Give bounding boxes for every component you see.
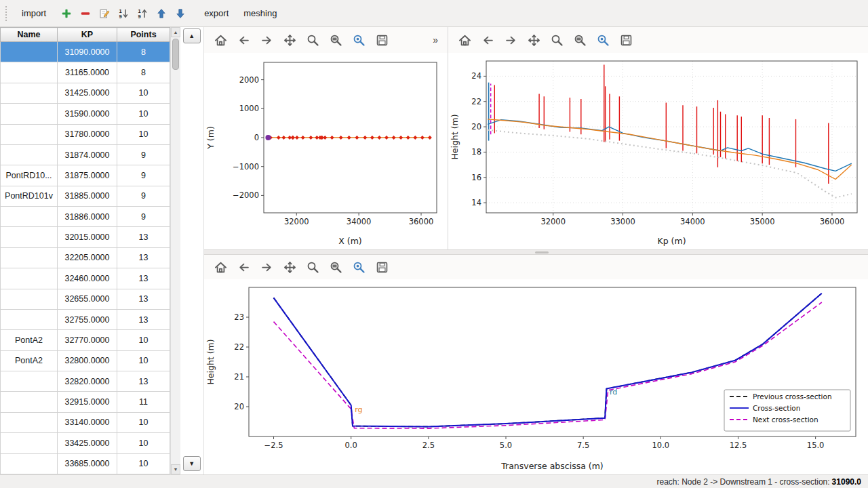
cell-kp[interactable]: 32755.0000 xyxy=(58,309,117,329)
edit-button[interactable] xyxy=(96,5,113,22)
cell-points[interactable]: 9 xyxy=(117,207,170,227)
table-row[interactable]: 32205.000013 xyxy=(1,247,170,268)
cell-points[interactable]: 9 xyxy=(117,186,170,206)
forward-button[interactable] xyxy=(501,30,520,49)
scrollbar-up-button[interactable]: ▲ xyxy=(171,27,180,37)
menu-meshing[interactable]: meshing xyxy=(237,5,283,21)
cell-name[interactable] xyxy=(1,371,58,392)
cell-points[interactable]: 10 xyxy=(117,83,170,103)
sort-desc-button[interactable]: 19 xyxy=(115,5,132,22)
cell-name[interactable] xyxy=(1,453,58,474)
cross-section-figure[interactable]: −2.50.02.55.07.510.012.515.020212223Tran… xyxy=(204,279,868,474)
table-row[interactable]: 32820.000013 xyxy=(1,371,170,392)
back-button[interactable] xyxy=(234,258,253,277)
toolbar-overflow-chevron[interactable]: » xyxy=(430,35,441,45)
edit-params-button[interactable] xyxy=(349,258,368,277)
cell-points[interactable]: 10 xyxy=(117,350,170,371)
cell-points[interactable]: 13 xyxy=(117,289,170,309)
forward-button[interactable] xyxy=(257,30,276,49)
cell-kp[interactable]: 32655.0000 xyxy=(58,289,117,309)
toolbar-grip[interactable] xyxy=(5,6,9,21)
previous-section-button[interactable]: ▲ xyxy=(183,28,201,43)
cell-name[interactable] xyxy=(1,227,58,247)
zoom-button[interactable] xyxy=(547,30,566,49)
table-row[interactable]: PontA232800.000010 xyxy=(1,350,170,371)
cell-name[interactable] xyxy=(1,104,58,124)
cell-points[interactable]: 10 xyxy=(117,412,170,432)
table-row[interactable]: 32460.000013 xyxy=(1,268,170,289)
cell-kp[interactable]: 31780.0000 xyxy=(58,124,117,144)
forward-button[interactable] xyxy=(257,258,276,277)
subplots-button[interactable] xyxy=(326,258,345,277)
cell-kp[interactable]: 32460.0000 xyxy=(58,268,117,289)
move-up-button[interactable] xyxy=(153,5,170,22)
cell-kp[interactable]: 31875.0000 xyxy=(58,165,117,186)
horizontal-splitter[interactable] xyxy=(204,249,868,255)
cell-points[interactable]: 13 xyxy=(117,268,170,289)
subplots-button[interactable] xyxy=(326,30,345,49)
cell-points[interactable]: 11 xyxy=(117,392,170,412)
cell-points[interactable]: 10 xyxy=(117,330,170,350)
cell-name[interactable] xyxy=(1,433,58,453)
pan-button[interactable] xyxy=(524,30,543,49)
cell-name[interactable] xyxy=(1,392,58,412)
cell-points[interactable]: 13 xyxy=(117,309,170,329)
cell-name[interactable] xyxy=(1,124,58,144)
cell-kp[interactable]: 32205.0000 xyxy=(58,247,117,268)
table-row[interactable]: 32915.000011 xyxy=(1,392,170,412)
cell-name[interactable]: PontA2 xyxy=(1,350,58,371)
table-row[interactable]: 32015.000013 xyxy=(1,227,170,247)
cell-points[interactable]: 10 xyxy=(117,433,170,453)
cell-kp[interactable]: 31425.0000 xyxy=(58,83,117,103)
subplots-button[interactable] xyxy=(570,30,589,49)
cell-kp[interactable]: 31874.0000 xyxy=(58,144,117,165)
column-header-points[interactable]: Points xyxy=(117,28,170,42)
home-button[interactable] xyxy=(211,30,230,49)
table-row[interactable]: 31090.00008 xyxy=(1,42,170,62)
table-row[interactable]: 31874.00009 xyxy=(1,144,170,165)
cell-name[interactable] xyxy=(1,144,58,165)
plan-view-figure[interactable]: 320003400036000−2000−1000010002000X (m)Y… xyxy=(204,53,448,249)
cell-name[interactable] xyxy=(1,247,58,268)
table-row[interactable]: 33685.000010 xyxy=(1,453,170,474)
cell-kp[interactable]: 32915.0000 xyxy=(58,392,117,412)
scrollbar-thumb[interactable] xyxy=(172,39,179,70)
table-row[interactable]: 31780.000010 xyxy=(1,124,170,144)
cell-points[interactable]: 10 xyxy=(117,104,170,124)
scrollbar-down-button[interactable]: ▼ xyxy=(171,464,180,474)
table-row[interactable]: 31165.00008 xyxy=(1,62,170,83)
save-button[interactable] xyxy=(616,30,635,49)
cell-name[interactable] xyxy=(1,268,58,289)
table-row[interactable]: 32755.000013 xyxy=(1,309,170,329)
cell-kp[interactable]: 32820.0000 xyxy=(58,371,117,392)
table-row[interactable]: 31590.000010 xyxy=(1,104,170,124)
edit-params-button[interactable] xyxy=(349,30,368,49)
table-row[interactable]: PontRD10...31875.00009 xyxy=(1,165,170,186)
cell-kp[interactable]: 31590.0000 xyxy=(58,104,117,124)
table-row[interactable]: 33140.000010 xyxy=(1,412,170,432)
cell-name[interactable] xyxy=(1,309,58,329)
cell-points[interactable]: 10 xyxy=(117,453,170,474)
cell-kp[interactable]: 33685.0000 xyxy=(58,453,117,474)
pan-button[interactable] xyxy=(280,258,299,277)
remove-button[interactable] xyxy=(77,5,94,22)
cell-name[interactable]: PontRD101v xyxy=(1,186,58,206)
table-row[interactable]: PontA232770.000010 xyxy=(1,330,170,350)
cell-kp[interactable]: 33140.0000 xyxy=(58,412,117,432)
cell-kp[interactable]: 32770.0000 xyxy=(58,330,117,350)
save-button[interactable] xyxy=(372,30,391,49)
cell-name[interactable] xyxy=(1,289,58,309)
move-down-button[interactable] xyxy=(172,5,189,22)
menu-export[interactable]: export xyxy=(198,5,235,21)
cell-kp[interactable]: 33425.0000 xyxy=(58,433,117,453)
menu-import[interactable]: import xyxy=(16,5,52,21)
column-header-name[interactable]: Name xyxy=(1,28,58,42)
table-row[interactable]: 33425.000010 xyxy=(1,433,170,453)
cell-points[interactable]: 9 xyxy=(117,144,170,165)
table-row[interactable]: 31886.00009 xyxy=(1,207,170,227)
cell-name[interactable] xyxy=(1,42,58,62)
cell-kp[interactable]: 32015.0000 xyxy=(58,227,117,247)
add-button[interactable] xyxy=(58,5,75,22)
next-section-button[interactable]: ▼ xyxy=(183,456,201,471)
cell-points[interactable]: 13 xyxy=(117,247,170,268)
